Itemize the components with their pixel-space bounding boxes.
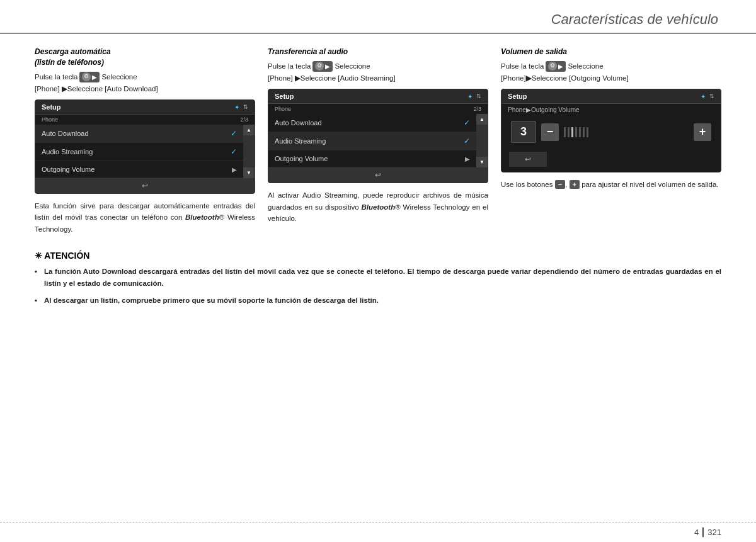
vol-tick-2 [568, 127, 570, 137]
usb-icon-3: ⇅ [709, 93, 714, 99]
screen-subtitle-1: Phone 2/3 [35, 115, 255, 125]
usb-icon-1: ⇅ [243, 104, 248, 110]
col3-heading: Volumen de salida [501, 47, 721, 57]
screen-mockup-3: Setup ✦ ⇅ Phone▶Outgoing Volume 3 − [501, 89, 721, 172]
setup-button-3[interactable]: ▶ [546, 61, 566, 72]
column-1: Descarga automática (listín de teléfonos… [35, 47, 261, 235]
gear-icon-3 [548, 62, 557, 71]
screen-header-2: Setup ✦ ⇅ [268, 89, 488, 104]
back-button-1[interactable]: ↩ [35, 178, 255, 193]
bluetooth-icon-2: ✦ [467, 93, 472, 100]
col1-heading: Descarga automática (listín de teléfonos… [35, 47, 255, 68]
menu-item-audio-streaming-1[interactable]: Audio Streaming ✓ [35, 143, 243, 161]
col2-instruction-line2: [Phone] ▶Seleccione [Audio Streaming] [268, 73, 488, 84]
volume-minus-button[interactable]: − [541, 123, 559, 141]
scroll-arrows-1: ▲ ▼ [243, 125, 255, 178]
attention-item-2: Al descargar un listín, compruebe primer… [35, 295, 721, 307]
screen-icons-2: ✦ ⇅ [467, 93, 481, 100]
screen-header-1: Setup ✦ ⇅ [35, 100, 255, 115]
checkmark-1: ✓ [231, 129, 237, 138]
col1-instruction-line2: [Phone] ▶Seleccione [Auto Download] [35, 84, 255, 94]
checkmark-2: ✓ [231, 147, 237, 156]
volume-display: 3 [511, 121, 536, 143]
checkmark-4: ✓ [464, 137, 470, 145]
back-button-3[interactable]: ↩ [509, 152, 547, 167]
checkmark-3: ✓ [464, 118, 470, 127]
screen-title-3: Setup [508, 93, 527, 100]
page-number: 4 ┃ 321 [694, 528, 721, 537]
col1-description: Esta función sirve para descargar automá… [35, 200, 255, 235]
col2-heading: Transferencia al audio [268, 47, 488, 57]
scroll-down-1[interactable]: ▼ [243, 167, 255, 178]
screen-mockup-1: Setup ✦ ⇅ Phone 2/3 Auto Download ✓ [35, 99, 255, 194]
screen-menu-row-2: Auto Download ✓ Audio Streaming ✓ Outgoi… [268, 114, 488, 167]
vol-tick-7 [587, 127, 588, 137]
volume-bar-area [564, 127, 689, 137]
col2-description: Al activar Audio Streaming, puede reprod… [268, 189, 488, 224]
screen-header-3: Setup ✦ ⇅ [501, 89, 721, 104]
column-2: Transferencia al audio Pulse la tecla ▶ … [261, 47, 495, 235]
main-content: Descarga automática (listín de teléfonos… [0, 34, 756, 241]
plus-button-ref: + [570, 180, 580, 189]
screen-title-2: Setup [275, 93, 294, 100]
page-divider: ┃ [701, 528, 706, 537]
bluetooth-icon-1: ✦ [234, 104, 239, 111]
screen-icons-1: ✦ ⇅ [234, 104, 248, 111]
menu-item-auto-download-2[interactable]: Auto Download ✓ [268, 114, 476, 132]
scroll-arrows-2: ▲ ▼ [476, 114, 488, 167]
screen-menu-list-1: Auto Download ✓ Audio Streaming ✓ Outgoi… [35, 125, 243, 178]
gear-icon-1 [82, 72, 91, 81]
setup-button-2[interactable]: ▶ [312, 61, 333, 72]
vol-tick-3 [571, 127, 573, 137]
scroll-down-2[interactable]: ▼ [476, 157, 488, 167]
scroll-up-2[interactable]: ▲ [476, 114, 488, 125]
screen-title-1: Setup [42, 103, 61, 111]
vol-tick-4 [575, 127, 577, 137]
col3-description: Use los botones −, + para ajustar el niv… [501, 179, 721, 191]
col1-instruction: Pulse la tecla ▶ Seleccione [35, 72, 255, 82]
volume-plus-button[interactable]: + [694, 123, 711, 141]
menu-item-outgoing-volume-1[interactable]: Outgoing Volume ▶ [35, 161, 243, 178]
screen-mockup-2: Setup ✦ ⇅ Phone 2/3 Auto Download ✓ [268, 89, 488, 183]
attention-title: ✳ ATENCIÓN [35, 251, 721, 261]
col3-instruction: Pulse la tecla ▶ Seleccione [501, 61, 721, 72]
col3-instruction-line2: [Phone]▶Seleccione [Outgoing Volume] [501, 73, 721, 84]
screen-menu-row-1: Auto Download ✓ Audio Streaming ✓ Outgoi… [35, 125, 255, 178]
arrow-icon-1: ▶ [232, 166, 237, 173]
setup-button-1[interactable]: ▶ [79, 72, 100, 82]
usb-icon-2: ⇅ [476, 93, 481, 99]
chapter-number: 4 [694, 528, 699, 537]
screen-subtitle-2: Phone 2/3 [268, 104, 488, 114]
vol-tick-6 [583, 127, 585, 137]
volume-path: Phone▶Outgoing Volume [501, 104, 721, 115]
volume-control: 3 − + [501, 115, 721, 149]
menu-item-auto-download-1[interactable]: Auto Download ✓ [35, 125, 243, 143]
menu-item-audio-streaming-2[interactable]: Audio Streaming ✓ [268, 132, 476, 150]
page-num: 321 [707, 528, 721, 537]
gear-icon-2 [315, 62, 324, 71]
minus-button-ref: − [555, 180, 565, 189]
page-footer: 4 ┃ 321 [0, 522, 756, 542]
attention-section: ✳ ATENCIÓN La función Auto Download desc… [0, 241, 756, 318]
vol-tick-5 [579, 127, 581, 137]
page-header: Características de vehículo [0, 0, 756, 34]
col2-instruction: Pulse la tecla ▶ Seleccione [268, 61, 488, 72]
arrow-icon-2: ▶ [465, 155, 470, 162]
screen-menu-list-2: Auto Download ✓ Audio Streaming ✓ Outgoi… [268, 114, 476, 167]
vol-tick-1 [564, 127, 566, 137]
screen-icons-3: ✦ ⇅ [701, 93, 714, 100]
bluetooth-icon-3: ✦ [701, 93, 706, 100]
back-button-2[interactable]: ↩ [268, 167, 488, 183]
scroll-up-1[interactable]: ▲ [243, 125, 255, 135]
menu-item-outgoing-volume-2[interactable]: Outgoing Volume ▶ [268, 150, 476, 167]
column-3: Volumen de salida Pulse la tecla ▶ Selec… [495, 47, 721, 235]
attention-item-1: La función Auto Download descargará entr… [35, 266, 721, 290]
page-title: Características de vehículo [551, 11, 718, 27]
